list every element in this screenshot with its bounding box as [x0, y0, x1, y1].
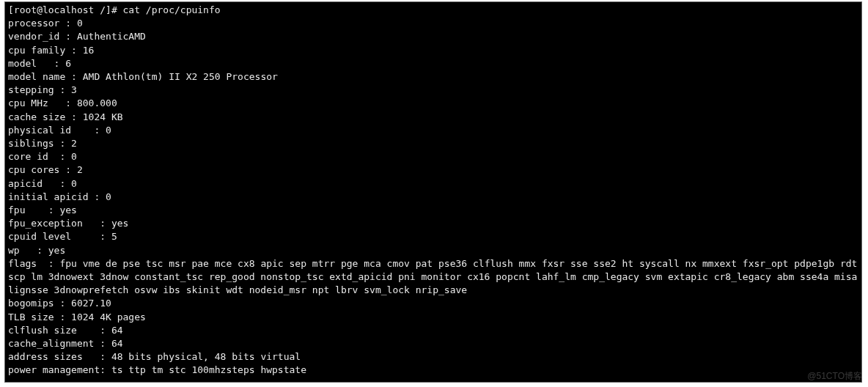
cpuinfo-line-wp: wp : yes: [8, 245, 65, 256]
cpuinfo-line-fpu-exception: fpu_exception : yes: [8, 218, 128, 229]
terminal-window[interactable]: [root@localhost /]# cat /proc/cpuinfo pr…: [4, 1, 862, 383]
cpuinfo-line-stepping: stepping : 3: [8, 84, 77, 95]
cpuinfo-line-cpu-family: cpu family : 16: [8, 45, 94, 56]
cpuinfo-line-model: model : 6: [8, 58, 71, 69]
cpuinfo-line-address-sizes: address sizes : 48 bits physical, 48 bit…: [8, 351, 301, 362]
cpuinfo-line-cache-alignment: cache_alignment : 64: [8, 338, 123, 349]
cpuinfo-line-model-name: model name : AMD Athlon(tm) II X2 250 Pr…: [8, 71, 278, 82]
cpuinfo-line-physical-id: physical id : 0: [8, 125, 111, 136]
shell-prompt: [root@localhost /]#: [8, 4, 123, 15]
cpuinfo-line-bogomips: bogomips : 6027.10: [8, 298, 111, 309]
cpuinfo-line-cache-size: cache size : 1024 KB: [8, 111, 123, 122]
cpuinfo-line-initial-apicid: initial apicid : 0: [8, 191, 111, 202]
cpuinfo-line-fpu: fpu : yes: [8, 204, 77, 215]
cpuinfo-line-apicid: apicid : 0: [8, 178, 77, 189]
cpuinfo-line-cpu-mhz: cpu MHz : 800.000: [8, 97, 117, 108]
cpuinfo-line-flags: flags : fpu vme de pse tsc msr pae mce c…: [8, 258, 857, 295]
cpuinfo-line-clflush-size: clflush size : 64: [8, 325, 123, 336]
cpuinfo-line-core-id: core id : 0: [8, 151, 77, 162]
cpuinfo-line-siblings: siblings : 2: [8, 138, 77, 149]
cpuinfo-line-cpu-cores: cpu cores : 2: [8, 164, 83, 175]
cpuinfo-line-processor: processor : 0: [8, 18, 83, 29]
cpuinfo-line-cpuid-level: cpuid level : 5: [8, 231, 117, 242]
cpuinfo-line-vendor-id: vendor_id : AuthenticAMD: [8, 31, 146, 42]
command-text: cat /proc/cpuinfo: [123, 4, 221, 15]
cpuinfo-line-power-management: power management: ts ttp tm stc 100mhzst…: [8, 364, 306, 375]
cpuinfo-line-tlb-size: TLB size : 1024 4K pages: [8, 312, 146, 322]
